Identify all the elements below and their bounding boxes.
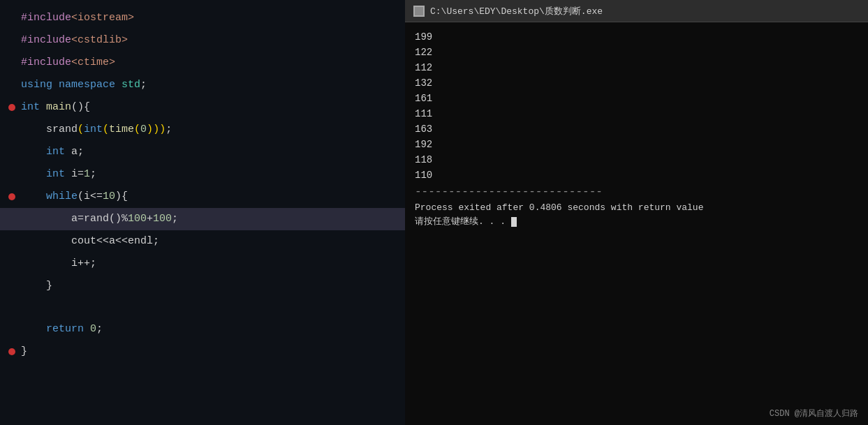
code-line: #include<ctime> <box>0 52 405 74</box>
breakpoint-dot <box>8 348 15 355</box>
code-line: } <box>0 341 405 363</box>
terminal-number: 112 <box>415 60 858 75</box>
code-token <box>40 101 46 113</box>
code-token: i= <box>65 168 84 180</box>
code-line: using namespace std; <box>0 74 405 96</box>
code-line: int i=1; <box>0 163 405 186</box>
terminal-panel: C:\Users\EDY\Desktop\质数判断.exe 1991221121… <box>405 0 868 425</box>
code-content: #include<cstdlib> <box>18 30 128 51</box>
code-token: + <box>147 213 153 225</box>
code-line: int a; <box>0 141 405 163</box>
code-content: using namespace std; <box>18 75 147 96</box>
code-token: <cstdlib> <box>71 34 128 46</box>
code-content: } <box>18 276 52 297</box>
code-line: int main(){ <box>0 96 405 119</box>
code-token: ) <box>153 124 159 135</box>
code-token <box>21 323 46 335</box>
terminal-number: 199 <box>415 29 858 45</box>
code-token: return <box>46 323 84 335</box>
main-container: #include<iostream>#include<cstdlib>#incl… <box>0 0 868 425</box>
terminal-title: C:\Users\EDY\Desktop\质数判断.exe <box>430 5 603 17</box>
code-token: a=rand()% <box>21 213 128 225</box>
code-token: int <box>46 146 65 158</box>
code-token: namespace <box>59 79 115 91</box>
code-line: while(i<=10){ <box>0 186 405 208</box>
breakpoint-area <box>6 104 18 111</box>
code-token <box>84 323 90 335</box>
code-content: #include<iostream> <box>18 8 134 29</box>
code-token: a; <box>65 146 84 158</box>
terminal-number: 163 <box>415 121 858 137</box>
code-line: } <box>0 275 405 297</box>
code-token <box>21 168 46 180</box>
code-token: main <box>46 101 71 113</box>
terminal-number: 122 <box>415 45 858 60</box>
terminal-number: 110 <box>415 167 858 183</box>
code-token: ; <box>165 124 172 135</box>
code-token: 100 <box>128 213 147 225</box>
breakpoint-area <box>6 348 18 355</box>
code-editor-panel: #include<iostream>#include<cstdlib>#incl… <box>0 0 405 425</box>
code-content: srand(int(time(0))); <box>18 119 172 140</box>
code-token: (i<= <box>78 191 103 202</box>
code-token: } <box>21 280 52 292</box>
watermark: CSDN @清风自渡人归路 <box>770 408 858 419</box>
code-token: cout<<a<<endl; <box>21 235 159 247</box>
code-token: ( <box>103 124 109 135</box>
code-content: cout<<a<<endl; <box>18 231 159 252</box>
code-token: time <box>109 124 134 135</box>
code-token: int <box>84 124 103 135</box>
terminal-body: 199122112132161111163192118110 ---------… <box>405 22 868 425</box>
code-content: int i=1; <box>18 164 96 185</box>
code-line: return 0; <box>0 318 405 341</box>
code-token: } <box>21 345 27 357</box>
terminal-process-text: Process exited after 0.4806 seconds with… <box>415 201 858 215</box>
prompt-text: 请按任意键继续. . . <box>415 216 506 227</box>
terminal-separator: ---------------------------- <box>415 186 858 198</box>
code-token <box>21 146 46 158</box>
code-token: #include <box>21 57 71 68</box>
code-token: int <box>21 101 40 113</box>
code-token: ) <box>159 124 165 135</box>
code-content: a=rand()%100+100; <box>18 209 178 230</box>
code-content: int a; <box>18 142 84 163</box>
terminal-prompt: 请按任意键继续. . . <box>415 215 858 228</box>
code-token: int <box>46 168 65 180</box>
code-token: ( <box>78 124 84 135</box>
breakpoint-dot <box>8 104 15 111</box>
code-token: #include <box>21 12 71 24</box>
code-token: while <box>46 191 78 202</box>
terminal-output: 199122112132161111163192118110 <box>415 29 858 183</box>
code-content: } <box>18 341 27 362</box>
code-line: #include<iostream> <box>0 7 405 29</box>
code-token: 100 <box>153 213 172 225</box>
code-token: 0 <box>140 124 147 135</box>
code-token: ; <box>90 168 96 180</box>
code-content: return 0; <box>18 319 103 340</box>
code-token: srand <box>21 124 78 135</box>
code-token: (){ <box>71 101 90 113</box>
code-token: <iostream> <box>71 12 134 24</box>
code-token: ; <box>172 213 178 225</box>
code-token: using <box>21 79 52 91</box>
code-token: <ctime> <box>71 57 115 68</box>
code-token: 0 <box>90 323 96 335</box>
code-line: srand(int(time(0))); <box>0 119 405 141</box>
code-token: ( <box>134 124 140 135</box>
terminal-number: 111 <box>415 106 858 121</box>
terminal-number: 161 <box>415 91 858 106</box>
code-token: #include <box>21 34 71 46</box>
code-token: i++; <box>21 258 96 269</box>
terminal-number: 118 <box>415 152 858 167</box>
terminal-window-icon <box>413 6 425 17</box>
code-token <box>52 79 59 91</box>
code-token: ) <box>147 124 153 135</box>
code-line <box>0 297 405 318</box>
code-token: ){ <box>115 191 128 202</box>
breakpoint-dot <box>8 193 15 200</box>
breakpoint-area <box>6 193 18 200</box>
code-content: int main(){ <box>18 97 90 118</box>
terminal-number: 132 <box>415 75 858 91</box>
code-token: ; <box>96 323 103 335</box>
code-content: while(i<=10){ <box>18 186 128 207</box>
